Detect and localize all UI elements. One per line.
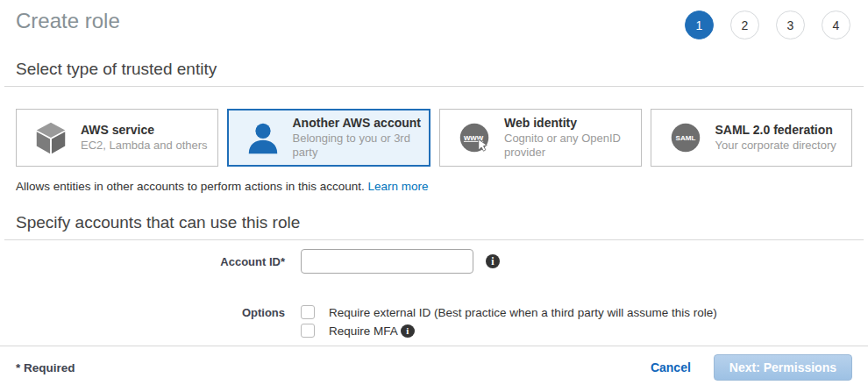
person-icon <box>245 119 281 156</box>
divider <box>4 239 864 240</box>
require-external-id-row: Require external ID (Best practice when … <box>301 305 717 319</box>
card-web-identity[interactable]: www Web identity Cognito or any OpenID p… <box>439 109 642 167</box>
options-row: Options Require external ID (Best practi… <box>0 305 868 338</box>
card-title: Web identity <box>504 116 636 132</box>
step-4-indicator: 4 <box>822 11 850 39</box>
entity-type-cards: AWS service EC2, Lambda and others Anoth… <box>16 109 852 167</box>
account-form: Account ID* Options Require external ID … <box>0 249 868 338</box>
account-id-label: Account ID* <box>0 249 285 268</box>
account-id-row: Account ID* <box>0 249 868 274</box>
trusted-entity-heading: Select type of trusted entity <box>16 60 852 79</box>
require-mfa-row: Require MFA <box>301 324 717 338</box>
card-title: Another AWS account <box>293 116 424 132</box>
require-external-id-checkbox[interactable] <box>301 305 315 319</box>
require-mfa-info-icon[interactable] <box>401 324 415 338</box>
card-another-aws-account[interactable]: Another AWS account Belonging to you or … <box>227 109 431 167</box>
page-header: Create role 1 2 3 4 <box>0 0 868 39</box>
account-id-input[interactable] <box>301 249 473 274</box>
card-subtitle: Your corporate directory <box>715 139 836 153</box>
card-subtitle: EC2, Lambda and others <box>81 139 208 153</box>
svg-text:SAML: SAML <box>675 134 695 142</box>
accounts-heading: Specify accounts that can use this role <box>16 213 852 232</box>
create-role-page: Create role 1 2 3 4 Select type of trust… <box>0 0 868 392</box>
next-permissions-button[interactable]: Next: Permissions <box>714 354 852 381</box>
card-subtitle: Belonging to you or 3rd party <box>293 132 424 160</box>
options-label: Options <box>0 305 285 319</box>
learn-more-link[interactable]: Learn more <box>367 180 428 193</box>
entity-description: Allows entities in other accounts to per… <box>16 180 852 193</box>
require-mfa-checkbox[interactable] <box>301 324 315 338</box>
required-note: * Required <box>16 361 75 374</box>
require-mfa-label[interactable]: Require MFA <box>329 324 398 338</box>
card-title: AWS service <box>81 123 208 139</box>
cube-icon <box>32 119 69 156</box>
page-title: Create role <box>16 9 120 33</box>
step-2-indicator: 2 <box>730 11 759 39</box>
step-1-indicator: 1 <box>685 11 714 39</box>
cancel-button[interactable]: Cancel <box>651 360 691 374</box>
wizard-step-indicator: 1 2 3 4 <box>685 11 850 39</box>
require-external-id-label[interactable]: Require external ID (Best practice when … <box>329 306 717 319</box>
card-title: SAML 2.0 federation <box>715 123 836 139</box>
card-saml-federation[interactable]: SAML SAML 2.0 federation Your corporate … <box>651 109 853 167</box>
card-aws-service[interactable]: AWS service EC2, Lambda and others <box>16 109 218 167</box>
account-id-info-icon[interactable] <box>486 254 500 268</box>
www-globe-icon: www <box>456 119 493 156</box>
footer: * Required Cancel Next: Permissions <box>0 346 868 381</box>
card-subtitle: Cognito or any OpenID provider <box>504 132 636 160</box>
divider <box>4 86 864 87</box>
step-3-indicator: 3 <box>776 11 805 39</box>
entity-description-text: Allows entities in other accounts to per… <box>16 180 365 193</box>
saml-icon: SAML <box>667 119 704 156</box>
